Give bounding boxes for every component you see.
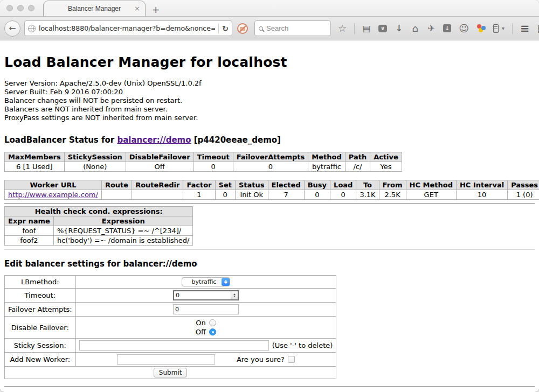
tab-close-icon[interactable]: × — [134, 4, 140, 12]
worker-value-cell: 1 (0) — [508, 190, 539, 200]
failover-off-radio[interactable] — [209, 328, 216, 335]
balancer-header-cell: Active — [370, 152, 402, 162]
persist-note-line: Balancer changes will NOT be persisted o… — [4, 96, 535, 105]
failover-on-radio[interactable] — [209, 319, 216, 326]
back-button[interactable]: ← — [4, 20, 20, 37]
confirm-group: Are you sure? — [237, 355, 295, 363]
failover-attempts-input[interactable] — [173, 304, 239, 314]
timeout-input[interactable] — [174, 291, 231, 299]
toolbar-divider-2 — [512, 23, 513, 34]
radio-on-label: On — [196, 319, 205, 327]
bookmark-star-icon[interactable]: ☆ — [338, 24, 347, 33]
search-bar[interactable] — [254, 20, 331, 36]
worker-header-cell: Status — [235, 180, 268, 190]
health-check-table: Health check cond. expressions: Expr nam… — [4, 206, 193, 246]
server-info: Server Version: Apache/2.5.0-dev (Unix) … — [4, 79, 535, 122]
expr-value-cell: hc('body') =~ /domain is established/ — [53, 236, 193, 246]
minimize-window-button[interactable] — [17, 5, 24, 11]
balancer-status-table: MaxMembersStickySessionDisableFailoverTi… — [4, 152, 402, 172]
search-input[interactable] — [266, 24, 320, 32]
device-sync-icon[interactable] — [493, 24, 499, 33]
send-tab-icon[interactable]: ✈ — [427, 24, 436, 33]
worker-header-cell: Set — [215, 180, 235, 190]
status-heading-prefix: LoadBalancer Status for — [4, 135, 117, 145]
browser-tab[interactable]: Balancer Manager × — [43, 1, 146, 16]
add-worker-cell: Are you sure? — [75, 353, 336, 367]
submit-button[interactable]: Submit — [154, 368, 188, 377]
radio-line-on: On — [79, 318, 333, 327]
new-tab-button[interactable]: + — [149, 4, 163, 15]
confirm-checkbox[interactable] — [288, 356, 295, 363]
confirm-label: Are you sure? — [237, 355, 285, 363]
failover-attempts-row: Failover Attempts: — [5, 303, 336, 317]
worker-value-cell — [132, 190, 183, 200]
sticky-session-note: (Use '-' to delete) — [272, 341, 333, 349]
worker-header-cell: Load — [330, 180, 356, 190]
worker-header-cell: Route — [101, 180, 132, 190]
health-row-foof2: foof2 hc('body') =~ /domain is establish… — [5, 236, 193, 246]
balancer-header-cell: Method — [308, 152, 345, 162]
pocket-chevron: ∨ — [381, 25, 385, 31]
timeout-row: Timeout: — [5, 289, 336, 303]
sticky-session-input[interactable] — [79, 340, 269, 351]
worker-header-row: Worker URLRouteRouteRedirFactorSetStatus… — [5, 180, 539, 190]
chevron-down-icon[interactable]: ▾ — [502, 25, 505, 31]
health-row-foof: foof %{REQUEST_STATUS} =~ /^[234]/ — [5, 226, 193, 236]
extension-palette-icon[interactable] — [476, 24, 486, 33]
section-divider-2 — [4, 249, 535, 250]
balancer-header-cell: StickySession — [64, 152, 126, 162]
downloads-icon[interactable]: ↓ — [395, 24, 403, 33]
pocket-icon[interactable]: ∨ — [378, 25, 387, 32]
balancer-value-cell: Off — [126, 162, 194, 172]
sticky-session-label: Sticky Session: — [5, 339, 76, 353]
reading-list-icon[interactable]: ▤ — [362, 24, 371, 33]
balancer-demo-link[interactable]: balancer://demo — [117, 135, 191, 145]
reload-button[interactable]: ↻ — [222, 24, 229, 33]
timeout-input-wrap — [173, 290, 239, 300]
health-header-cell: Expression — [53, 216, 193, 226]
submit-cell: Submit — [5, 367, 336, 379]
lbmethod-select[interactable]: bytraffic — [182, 277, 231, 286]
home-icon[interactable]: ⌂ — [411, 24, 419, 33]
save-page-icon[interactable]: ↓ — [443, 24, 451, 32]
add-worker-label: Add New Worker: — [5, 353, 76, 367]
url-text[interactable]: localhost:8880/balancer-manager?b=demo&n… — [39, 24, 215, 32]
balancer-header-cell: Timeout — [194, 152, 233, 162]
save-arrow: ↓ — [445, 25, 450, 32]
number-stepper-icon[interactable] — [231, 291, 238, 299]
worker-value-cell: 0 — [304, 190, 330, 200]
worker-value-cell: 7 — [268, 190, 304, 200]
expr-name-cell: foof — [5, 226, 54, 236]
add-worker-row: Add New Worker: Are you sure? — [5, 353, 336, 367]
add-worker-input[interactable] — [117, 354, 215, 365]
radio-off-label: Off — [196, 328, 206, 336]
menu-icon[interactable]: ≡ — [520, 22, 530, 35]
worker-header-cell: To — [356, 180, 379, 190]
worker-header-cell: HC Method — [406, 180, 456, 190]
sidebar-grid-icon[interactable]: ▦ — [537, 23, 539, 34]
worker-value-cell: 10 — [456, 190, 507, 200]
worker-header-cell: Busy — [304, 180, 330, 190]
balancer-header-cell: MaxMembers — [5, 152, 65, 162]
url-bar[interactable]: localhost:8880/balancer-manager?b=demo&n… — [24, 20, 232, 36]
sticky-session-row: Sticky Session: (Use '-' to delete) — [5, 339, 336, 353]
lbmethod-row: LBmethod: bytraffic — [5, 276, 336, 289]
sticky-session-cell: (Use '-' to delete) — [75, 339, 336, 353]
disable-failover-label: Disable Failover: — [5, 317, 76, 339]
worker-url-link[interactable]: http://www.example.com/ — [8, 191, 98, 199]
balancer-settings-form: LBmethod: bytraffic Timeout: — [4, 275, 336, 379]
failover-attempts-label: Failover Attempts: — [5, 303, 76, 317]
toolbar-icons: ☆ ▤ ∨ ↓ ⌂ ✈ ↓ ☺ ▾ ≡ ▦ — [338, 22, 539, 35]
balancer-value-cell: 6 [1 Used] — [5, 162, 65, 172]
globe-icon — [28, 25, 36, 32]
expr-name-cell: foof2 — [5, 236, 54, 246]
hello-chat-icon[interactable]: ☺ — [459, 24, 469, 33]
zoom-window-button[interactable] — [28, 5, 34, 11]
content-blocked-icon[interactable] — [237, 23, 248, 34]
status-heading-suffix: [p4420eeae_demo] — [191, 135, 281, 145]
worker-value-cell: GET — [406, 190, 456, 200]
balancer-value-cell: Yes — [370, 162, 402, 172]
close-window-button[interactable] — [6, 5, 13, 11]
timeout-cell — [75, 289, 336, 303]
balancer-value-row: 6 [1 Used](None)Off00bytraffic/c/Yes — [5, 162, 402, 172]
